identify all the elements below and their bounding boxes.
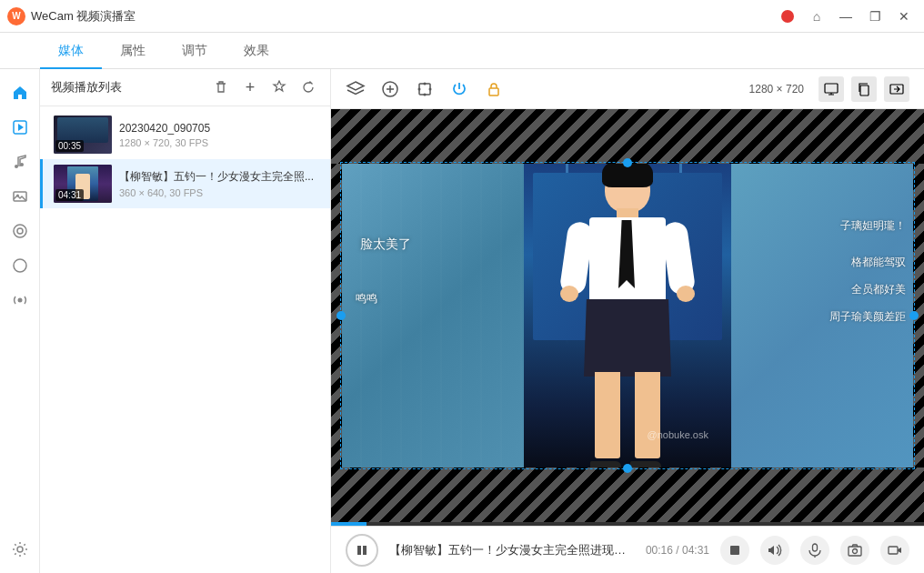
export-icon[interactable] bbox=[884, 76, 909, 102]
video-duration-2: 04:31 bbox=[55, 189, 84, 201]
video-info-2: 【柳智敏】五钓一！少女漫女主完全照... 360 × 640, 30 FPS bbox=[119, 169, 319, 198]
svg-point-16 bbox=[418, 87, 421, 90]
stripe-left bbox=[331, 164, 342, 467]
play-pause-button[interactable] bbox=[346, 534, 378, 567]
app-icon: W bbox=[7, 7, 25, 25]
svg-rect-25 bbox=[813, 544, 818, 551]
minimize-button[interactable]: — bbox=[833, 5, 859, 27]
panel-header: 视频播放列表 + bbox=[40, 69, 330, 106]
video-meta-2: 360 × 640, 30 FPS bbox=[119, 187, 319, 198]
stripe-bottom bbox=[331, 467, 924, 522]
video-thumb-1: 00:35 bbox=[54, 116, 112, 154]
tabbar: 媒体 属性 调节 效果 bbox=[0, 33, 924, 69]
star-button[interactable] bbox=[268, 76, 290, 98]
sidebar-icon-home[interactable] bbox=[5, 78, 35, 107]
comment-right-3: 全员都好美 bbox=[851, 282, 906, 297]
toolbar: 1280 × 720 bbox=[331, 69, 924, 109]
tab-media[interactable]: 媒体 bbox=[40, 33, 102, 69]
svg-point-27 bbox=[853, 548, 858, 553]
video-meta-1: 1280 × 720, 30 FPS bbox=[119, 137, 319, 148]
delete-button[interactable] bbox=[210, 76, 232, 98]
player-title: 【柳智敏】五钓一！少女漫女主完全照进现实！Ling... bbox=[389, 542, 635, 558]
svg-point-0 bbox=[781, 10, 794, 23]
refresh-button[interactable] bbox=[297, 76, 319, 98]
performer-figure bbox=[555, 164, 700, 467]
svg-rect-13 bbox=[419, 84, 430, 95]
video-right-panel: 子璃妲明瓏！ 格都能驾驭 全员都好美 周子瑜美颜差距 bbox=[731, 164, 913, 467]
sidebar bbox=[0, 69, 40, 573]
svg-point-11 bbox=[17, 547, 23, 552]
copy-icon[interactable] bbox=[851, 76, 877, 102]
add-circle-icon[interactable] bbox=[380, 79, 400, 99]
toolbar-icons-right bbox=[819, 76, 909, 102]
preview-main: 脸太美了 鸣鸣 bbox=[331, 109, 924, 522]
app-title: WeCam 视频演播室 bbox=[31, 8, 775, 25]
resolution-display: 1280 × 720 bbox=[749, 83, 804, 96]
panel-actions: + bbox=[210, 76, 319, 98]
lock-icon[interactable] bbox=[484, 79, 504, 99]
svg-point-8 bbox=[17, 228, 23, 234]
video-content: 脸太美了 鸣鸣 bbox=[342, 164, 913, 467]
svg-point-9 bbox=[14, 259, 26, 272]
video-center-panel: @nobuke.osk bbox=[524, 164, 731, 467]
video-item-1[interactable]: 00:35 20230420_090705 1280 × 720, 30 FPS bbox=[40, 110, 330, 159]
layers-icon[interactable] bbox=[346, 79, 366, 99]
notification-icon bbox=[775, 5, 800, 27]
stripe-top bbox=[331, 109, 924, 164]
close-button[interactable]: ✕ bbox=[891, 5, 917, 27]
svg-rect-23 bbox=[363, 546, 367, 555]
titlebar: W WeCam 视频演播室 ⌂ — ❐ ✕ bbox=[0, 0, 924, 33]
sidebar-icon-camera[interactable] bbox=[5, 216, 35, 246]
stop-button[interactable] bbox=[720, 536, 749, 565]
watermark: @nobuke.osk bbox=[648, 429, 708, 440]
video-duration-1: 00:35 bbox=[55, 140, 84, 152]
panel: 视频播放列表 + 00:35 bbox=[40, 69, 331, 573]
comment-2: 鸣鸣 bbox=[356, 291, 377, 307]
crop-icon[interactable] bbox=[415, 79, 435, 99]
sidebar-icon-settings[interactable] bbox=[5, 535, 35, 564]
svg-point-3 bbox=[15, 165, 18, 168]
tab-properties[interactable]: 属性 bbox=[102, 33, 164, 69]
content-area: 1280 × 720 bbox=[331, 69, 924, 573]
player-time: 00:16 / 04:31 bbox=[646, 544, 709, 557]
progress-fill bbox=[331, 522, 367, 526]
volume-button[interactable] bbox=[760, 536, 789, 565]
video-info-1: 20230420_090705 1280 × 720, 30 FPS bbox=[119, 122, 319, 148]
video-name-1: 20230420_090705 bbox=[119, 122, 319, 135]
svg-marker-2 bbox=[18, 124, 24, 131]
svg-rect-24 bbox=[730, 546, 739, 555]
comment-right-2: 格都能驾驭 bbox=[851, 255, 906, 270]
sidebar-icon-broadcast[interactable] bbox=[5, 286, 35, 315]
tab-adjust[interactable]: 调节 bbox=[164, 33, 226, 69]
sidebar-icon-record[interactable] bbox=[5, 251, 35, 280]
comment-right-1: 子璃妲明瓏！ bbox=[840, 218, 906, 234]
svg-point-17 bbox=[429, 87, 432, 90]
comment-right-4: 周子瑜美颜差距 bbox=[829, 309, 906, 325]
video-thumb-2: 04:31 bbox=[54, 165, 112, 203]
svg-rect-22 bbox=[357, 546, 361, 555]
sidebar-icon-play[interactable] bbox=[5, 113, 35, 142]
svg-point-4 bbox=[20, 163, 24, 166]
svg-rect-26 bbox=[849, 547, 861, 556]
panel-title: 视频播放列表 bbox=[51, 79, 210, 96]
power-icon[interactable] bbox=[449, 79, 469, 99]
video-name-2: 【柳智敏】五钓一！少女漫女主完全照... bbox=[119, 169, 319, 185]
mic-button[interactable] bbox=[800, 536, 829, 565]
monitor-icon[interactable] bbox=[819, 76, 844, 102]
progress-bar[interactable] bbox=[331, 522, 924, 526]
window-controls: ⌂ — ❐ ✕ bbox=[775, 5, 917, 27]
sidebar-icon-image[interactable] bbox=[5, 182, 35, 211]
tab-effects[interactable]: 效果 bbox=[226, 33, 287, 69]
maximize-button[interactable]: ❐ bbox=[862, 5, 888, 27]
house-icon[interactable]: ⌂ bbox=[804, 5, 829, 27]
svg-rect-28 bbox=[889, 547, 898, 554]
sidebar-icon-music[interactable] bbox=[5, 147, 35, 176]
svg-rect-19 bbox=[825, 84, 838, 93]
add-button[interactable]: + bbox=[239, 76, 261, 98]
screenshot-button[interactable] bbox=[840, 536, 869, 565]
video-button[interactable] bbox=[880, 536, 909, 565]
svg-point-10 bbox=[17, 298, 22, 303]
svg-point-14 bbox=[424, 82, 427, 85]
video-item-2[interactable]: 04:31 【柳智敏】五钓一！少女漫女主完全照... 360 × 640, 30… bbox=[40, 159, 330, 208]
svg-rect-18 bbox=[489, 88, 498, 96]
